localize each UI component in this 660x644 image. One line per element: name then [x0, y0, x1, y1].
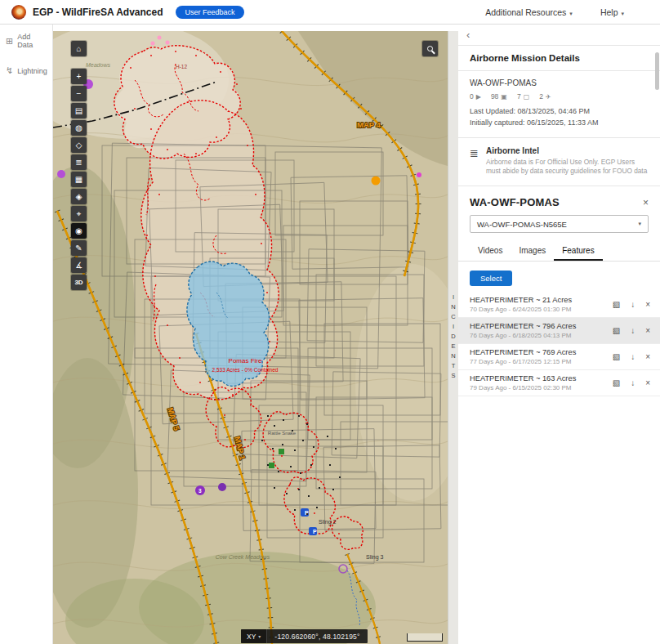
tags-button[interactable]: ◈	[71, 189, 87, 204]
download-icon[interactable]: ↓	[631, 326, 635, 335]
feature-title: HEATPERIMETER ~ 796 Acres	[470, 322, 576, 330]
last-updated: Last Updated: 08/13/2025, 04:46 PM	[470, 106, 649, 118]
app-window: EGP - WildFireSA Advanced User Feedback …	[0, 0, 660, 644]
layers-icon: ▤	[75, 106, 82, 115]
help-label: Help	[600, 7, 618, 17]
image-count: 7	[517, 92, 521, 101]
minus-icon: −	[77, 89, 82, 98]
draw-button[interactable]: ✎	[71, 240, 87, 256]
chevron-down-icon: ▾	[621, 11, 624, 16]
zoom-to-mission-icon[interactable]: ×	[643, 197, 649, 208]
meadows-label: Meadows	[86, 62, 110, 68]
mission-section-head: WA-OWF-POMAS ×	[458, 186, 660, 212]
basemap-button[interactable]: ◍	[71, 120, 87, 136]
help-menu[interactable]: Help▾	[600, 7, 624, 17]
search-icon	[427, 46, 433, 51]
feature-subtitle: 76 Days Ago - 6/18/2025 04:13 PM	[470, 332, 576, 339]
map-toolbar: + − ▤ ◍ ◇ ≣ ▦ ◈ ⌖ ◉ ✎ ∡ 3D	[71, 69, 87, 290]
aircraft-icon: ✈	[546, 93, 551, 101]
video-icon: ▶	[476, 93, 481, 101]
map-graphics: MAP 4 MAP 5 MAP 1 Pomas Fire 2,533 Acres…	[53, 31, 448, 644]
compass-icon: ◉	[75, 226, 82, 235]
video-count: 0	[470, 92, 474, 101]
layers-button[interactable]: ▤	[71, 103, 87, 119]
egp-logo-icon	[11, 5, 26, 20]
select-button[interactable]: Select	[470, 271, 512, 286]
feature-row[interactable]: HEATPERIMETER ~ 163 Acres 79 Days Ago - …	[458, 370, 660, 396]
fire-name-label: Pomas Fire	[229, 357, 262, 364]
feature-row[interactable]: HEATPERIMETER ~ 769 Acres 77 Days Ago - …	[458, 344, 660, 370]
feature-subtitle: 79 Days Ago - 6/15/2025 02:30 PM	[470, 384, 576, 391]
measure-button[interactable]: ∡	[71, 257, 87, 273]
mission-counts: 0▶ 98▣ 7▢ 2✈	[470, 92, 649, 101]
sidebar-item-lightning[interactable]: ↯ Lightning	[0, 57, 52, 84]
3d-toggle-button[interactable]: 3D	[71, 275, 87, 290]
apps-button[interactable]: ▦	[71, 172, 87, 187]
collapse-panel-button[interactable]: ‹	[466, 29, 470, 40]
initially-captured: Initially captured: 06/15/2025, 11:33 AM	[470, 118, 649, 129]
photo-count: 98	[491, 92, 498, 101]
app-title: EGP - WildFireSA Advanced	[33, 7, 163, 18]
additional-resources-menu[interactable]: Additional Resources▾	[485, 7, 573, 17]
home-button[interactable]: ⌂	[71, 41, 87, 56]
rattle-snake-label: Rattle Snake	[268, 431, 297, 436]
download-icon[interactable]: ↓	[631, 300, 635, 309]
mission-summary: WA-OWF-POMAS 0▶ 98▣ 7▢ 2✈ Last Updated: …	[458, 71, 660, 138]
coordinate-mode-dropdown[interactable]: XY ▾	[241, 629, 267, 643]
plus-icon: +	[77, 72, 82, 81]
incidents-collapsed-tab[interactable]: INCIDENTS	[448, 31, 458, 644]
cow-creek-label: Cow Creek Meadows	[216, 554, 270, 560]
map-canvas[interactable]: MAP 4 MAP 5 MAP 1 Pomas Fire 2,533 Acres…	[53, 31, 448, 644]
zoom-to-icon[interactable]: ×	[645, 352, 650, 361]
feature-row[interactable]: HEATPERIMETER ~ 796 Acres 76 Days Ago - …	[458, 318, 660, 344]
mission-dropdown[interactable]: WA-OWF-POMAS-N565E ▾	[470, 215, 649, 233]
area-icon[interactable]: ▧	[613, 352, 620, 361]
feature-subtitle: 77 Days Ago - 6/17/2025 12:15 PM	[470, 358, 576, 365]
sidebar-item-label: Add Data	[17, 33, 47, 49]
download-icon[interactable]: ↓	[631, 352, 635, 361]
media-tabs: Videos Images Features	[458, 241, 660, 262]
compass-button[interactable]: ◉	[71, 223, 87, 239]
user-feedback-button[interactable]: User Feedback	[176, 6, 243, 19]
locate-icon: ⌖	[77, 209, 82, 219]
feature-title: HEATPERIMETER ~ 163 Acres	[470, 374, 576, 382]
airborne-panel: ‹ Airborne Mission Details WA-OWF-POMAS …	[458, 25, 660, 644]
feature-title: HEATPERIMETER ~ 769 Acres	[470, 348, 576, 356]
download-icon[interactable]: ↓	[631, 378, 635, 387]
map4-label: MAP 4	[357, 120, 381, 129]
bookmarks-button[interactable]: ◇	[71, 137, 87, 153]
fire-stats-label: 2,533 Acres - 0% Contained	[212, 367, 279, 373]
zoom-to-icon[interactable]: ×	[645, 378, 650, 387]
feature-subtitle: 70 Days Ago - 6/24/2025 01:30 PM	[470, 306, 572, 313]
tab-images[interactable]: Images	[511, 241, 554, 261]
area-icon[interactable]: ▧	[613, 300, 620, 309]
zoom-to-icon[interactable]: ×	[645, 326, 650, 335]
panel-scrollbar[interactable]	[655, 52, 659, 90]
left-sidebar: ⊞ Add Data ↯ Lightning	[0, 25, 53, 644]
area-icon[interactable]: ▧	[613, 378, 620, 387]
marker3-label: 3	[198, 488, 202, 494]
intel-title: Airborne Intel	[486, 146, 648, 155]
tab-features[interactable]: Features	[554, 241, 602, 261]
3d-label: 3D	[74, 279, 82, 286]
chevron-down-icon: ▾	[638, 221, 641, 227]
zoom-out-button[interactable]: −	[71, 86, 87, 101]
zoom-to-icon[interactable]: ×	[645, 300, 650, 309]
legend-button[interactable]: ≣	[71, 154, 87, 170]
measure-icon: ∡	[75, 261, 82, 270]
sling2-label: Sling 2	[319, 519, 337, 525]
locate-button[interactable]: ⌖	[71, 206, 87, 221]
map-search-button[interactable]	[422, 41, 438, 56]
parking-p-label: P	[305, 510, 309, 516]
zoom-in-button[interactable]: +	[71, 69, 87, 84]
scale-bar	[407, 633, 443, 642]
chevron-down-icon: ▾	[258, 633, 261, 639]
h12-label: H-12	[176, 64, 187, 69]
top-bar: EGP - WildFireSA Advanced User Feedback …	[0, 0, 660, 25]
sidebar-item-add-data[interactable]: ⊞ Add Data	[0, 25, 52, 57]
area-icon[interactable]: ▧	[613, 326, 620, 335]
panel-title: Airborne Mission Details	[458, 46, 660, 71]
tab-videos[interactable]: Videos	[470, 241, 511, 261]
feature-row[interactable]: HEATPERIMETER ~ 21 Acres 70 Days Ago - 6…	[458, 292, 660, 318]
sidebar-item-label: Lightning	[17, 67, 47, 75]
